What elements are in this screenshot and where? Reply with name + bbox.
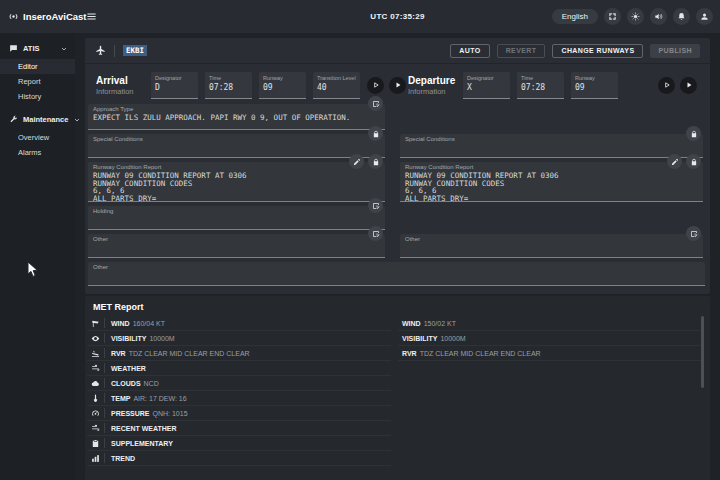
- departure-runway-condition-report-field[interactable]: Runway Condition ReportRUNWAY 09 CONDITI…: [400, 162, 703, 202]
- sidebar-item-editor[interactable]: Editor: [0, 59, 75, 74]
- arrival-special-conditions-field[interactable]: Special Conditions: [88, 134, 385, 158]
- arrival-info-row: ArrivalInformationDesignatorDTime07:28Ru…: [88, 66, 385, 104]
- met-row-recent-weather: RECENT WEATHER: [87, 421, 391, 436]
- language-button[interactable]: English: [552, 9, 598, 24]
- row-divider: [104, 348, 105, 358]
- runway-field[interactable]: Runway09: [259, 72, 306, 99]
- account-button[interactable]: [696, 8, 713, 25]
- lock-button[interactable]: [686, 126, 701, 141]
- met-value: 160/04 KT: [133, 320, 165, 327]
- pressure-icon: [91, 409, 100, 418]
- sidebar-section-atis[interactable]: ATIS: [0, 38, 75, 59]
- transition-level-field[interactable]: Transition Level40: [313, 72, 360, 99]
- edit-note-icon: [372, 100, 380, 108]
- notifications-button[interactable]: [673, 8, 690, 25]
- broadcast-icon: [8, 11, 19, 22]
- hamburger-menu-button[interactable]: [83, 8, 100, 25]
- play-outline-icon: [663, 81, 671, 89]
- runway-field[interactable]: Runway09: [571, 72, 618, 99]
- departure-special-conditions-field[interactable]: Special Conditions: [400, 134, 703, 158]
- met-rows-right: WIND150/02 KTVISIBILITY10000MRVRTDZ CLEA…: [398, 316, 703, 361]
- field-icons: [667, 154, 701, 169]
- arrival-runway-condition-report-field[interactable]: Runway Condition ReportRUNWAY 09 CONDITI…: [88, 162, 385, 202]
- column-title: Arrival: [96, 75, 151, 86]
- lock-button[interactable]: [686, 154, 701, 169]
- departure-playback-controls: [658, 77, 697, 94]
- field-value: 07:28: [521, 83, 560, 92]
- field-label: Runway: [575, 75, 614, 81]
- designator-field[interactable]: DesignatorD: [151, 72, 198, 99]
- topbar: InseroAviCast UTC 07:35:29 English: [0, 0, 720, 33]
- met-value: AIR: 17 DEW: 16: [133, 395, 186, 402]
- field-label: Runway Condition Report: [93, 164, 380, 170]
- field-label: Approach Type: [93, 106, 380, 112]
- row-divider: [104, 438, 105, 448]
- departure-other-field[interactable]: Other: [400, 234, 703, 258]
- play-outline-button[interactable]: [658, 77, 675, 94]
- met-report-panel: MET Report WIND160/04 KTVISIBILITY10000M…: [85, 296, 710, 480]
- edit-note-button[interactable]: [368, 96, 383, 111]
- row-divider: [104, 363, 105, 373]
- weather-icon: [91, 364, 100, 373]
- chevron-down-icon: [73, 116, 81, 124]
- sidebar-section-maintenance[interactable]: Maintenance: [0, 109, 75, 130]
- chat-icon: [9, 44, 18, 53]
- lock-button[interactable]: [368, 126, 383, 141]
- pencil-button[interactable]: [349, 154, 364, 169]
- trend-icon: [91, 454, 100, 463]
- other-full-width-field[interactable]: Other: [88, 262, 705, 286]
- menu-icon: [86, 11, 97, 22]
- sidebar-item-overview[interactable]: Overview: [0, 130, 75, 145]
- sidebar-item-history[interactable]: History: [0, 89, 75, 104]
- arrival-holding-field[interactable]: Holding: [88, 206, 385, 230]
- edit-note-button[interactable]: [368, 226, 383, 241]
- row-divider: [104, 453, 105, 463]
- time-field[interactable]: Time07:28: [205, 72, 252, 99]
- lock-icon: [372, 158, 380, 166]
- sidebar-item-report[interactable]: Report: [0, 74, 75, 89]
- visibility-icon: [91, 334, 100, 343]
- field-icons: [368, 198, 383, 213]
- clouds-icon: [91, 379, 100, 388]
- met-value: 10000M: [149, 335, 174, 342]
- lock-button[interactable]: [368, 154, 383, 169]
- met-row-rvr-right: RVRTDZ CLEAR MID CLEAR END CLEAR: [398, 346, 703, 361]
- met-label: RECENT WEATHER: [111, 425, 177, 432]
- met-rows-left: WIND160/04 KTVISIBILITY10000MRVRTDZ CLEA…: [87, 316, 391, 466]
- audio-icon: [654, 12, 663, 21]
- time-field[interactable]: Time07:28: [517, 72, 564, 99]
- pencil-button[interactable]: [667, 154, 682, 169]
- arrival-approach-type-field[interactable]: Approach TypeEXPECT ILS ZULU APPROACH. P…: [88, 104, 385, 130]
- topbar-actions: English: [552, 0, 713, 33]
- arrival-title-block: ArrivalInformation: [96, 75, 151, 96]
- play-button[interactable]: [680, 77, 697, 94]
- met-label: VISIBILITY: [111, 335, 146, 342]
- row-divider: [104, 378, 105, 388]
- row-divider: [104, 393, 105, 403]
- sidebar-item-alarms[interactable]: Alarms: [0, 145, 75, 160]
- arrival-other-field[interactable]: Other: [88, 234, 385, 258]
- brand-logo: InseroAviCast: [8, 0, 87, 33]
- met-value: TDZ CLEAR MID CLEAR END CLEAR: [420, 350, 541, 357]
- met-row-rvr: RVRTDZ CLEAR MID CLEAR END CLEAR: [87, 346, 391, 361]
- met-label: PRESSURE: [111, 410, 150, 417]
- account-icon: [700, 12, 709, 21]
- edit-note-button[interactable]: [368, 198, 383, 213]
- field-label: Time: [521, 75, 560, 81]
- field-icons: [368, 226, 383, 241]
- brightness-button[interactable]: [627, 8, 644, 25]
- met-row-clouds: CLOUDSNCD: [87, 376, 391, 391]
- met-scrollbar-thumb[interactable]: [701, 316, 704, 388]
- recent-weather-icon: [91, 424, 100, 433]
- edit-note-button[interactable]: [686, 226, 701, 241]
- audio-button[interactable]: [650, 8, 667, 25]
- play-outline-button[interactable]: [367, 77, 384, 94]
- met-row-temp: TEMPAIR: 17 DEW: 16: [87, 391, 391, 406]
- designator-field[interactable]: DesignatorX: [463, 72, 510, 99]
- row-divider: [104, 333, 105, 343]
- rvr-icon: [91, 349, 100, 358]
- field-value: 40: [317, 83, 356, 92]
- field-label: Other: [93, 236, 380, 242]
- fullscreen-button[interactable]: [604, 8, 621, 25]
- met-row-trend: TREND: [87, 451, 391, 466]
